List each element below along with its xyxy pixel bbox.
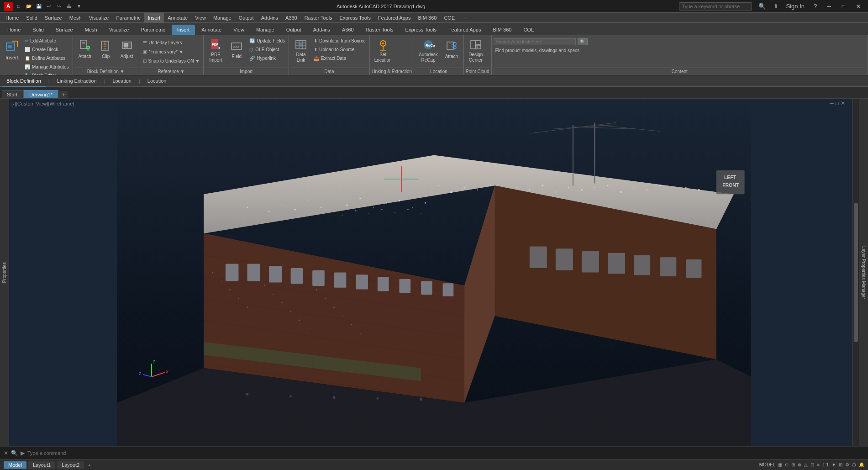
viewport-min[interactable]: ─ — [830, 100, 834, 106]
right-panel[interactable]: Layer Properties Manager — [859, 99, 868, 446]
menu-solid[interactable]: Solid — [22, 13, 41, 23]
keyword-search[interactable] — [679, 2, 752, 11]
cmd-run-button[interactable]: ▶ — [21, 450, 25, 456]
redo-button[interactable]: ↪ — [55, 2, 63, 11]
viewport-close[interactable]: ✕ — [841, 100, 845, 106]
edit-attribute-button[interactable]: ✏ Edit Attribute — [23, 37, 71, 45]
new-drawing-tab[interactable]: + — [59, 91, 68, 98]
workspace-toggle[interactable]: ⚙ — [845, 462, 849, 467]
menu-surface[interactable]: Surface — [41, 13, 66, 23]
open-button[interactable]: 📂 — [25, 2, 33, 11]
search-icon[interactable]: 🔍 — [756, 2, 768, 11]
layout1-tab[interactable]: Layout1 — [28, 461, 55, 469]
minimize-button[interactable]: ─ — [823, 2, 835, 11]
vscroll-thumb[interactable] — [854, 203, 858, 342]
seek-search-button[interactable]: 🔍 — [578, 38, 588, 45]
design-center-button[interactable]: DesignCenter — [466, 37, 486, 64]
save-button[interactable]: 💾 — [35, 2, 43, 11]
clip-button[interactable]: Clip — [96, 37, 116, 64]
autodesk-recap-button[interactable]: ReCap AutodeskReCap — [416, 37, 441, 64]
tab-bim360[interactable]: BIM 360 — [487, 25, 517, 35]
cmd-search-button[interactable]: 🔍 — [11, 450, 18, 456]
tab-output[interactable]: Output — [281, 25, 307, 35]
help-icon[interactable]: ? — [811, 2, 820, 11]
define-attributes-button[interactable]: 📋 Define Attributes — [23, 54, 71, 62]
manage-attributes-button[interactable]: 📊 Manage Attributes — [23, 63, 71, 71]
annotation-scale[interactable]: ⊞ — [839, 462, 842, 467]
tab-featured[interactable]: Featured Apps — [443, 25, 487, 35]
sub-tab-location2[interactable]: Location — [143, 76, 171, 87]
info-icon[interactable]: ℹ — [772, 2, 780, 11]
hyperlink-button[interactable]: 🔗 Hyperlink — [247, 54, 287, 62]
tab-coe[interactable]: COE — [518, 25, 540, 35]
tab-annotate[interactable]: Annotate — [196, 25, 227, 35]
menu-output[interactable]: Output — [235, 13, 258, 23]
menu-raster-tools[interactable]: Raster Tools — [301, 13, 336, 23]
download-source-button[interactable]: ⬇ Download from Source — [312, 37, 368, 45]
seek-search-input[interactable] — [494, 38, 576, 45]
pdf-import-button[interactable]: PDF PDFImport — [205, 37, 226, 64]
extract-data-button[interactable]: 📤 Extract Data — [312, 54, 368, 62]
object-snap-toggle[interactable]: △ — [804, 462, 808, 467]
menu-home[interactable]: Home — [2, 13, 22, 23]
menu-express-tools[interactable]: Express Tools — [336, 13, 374, 23]
lineweight-toggle[interactable]: ≡ — [817, 462, 820, 467]
tracking-toggle[interactable]: ⊡ — [810, 462, 814, 467]
adjust-button[interactable]: Adjust — [117, 37, 137, 64]
ortho-toggle[interactable]: ⊞ — [791, 462, 795, 467]
menu-annotate[interactable]: Annotate — [164, 13, 191, 23]
scale-dropdown[interactable]: ▼ — [831, 462, 836, 467]
tab-manage[interactable]: Manage — [251, 25, 280, 35]
maximize-button[interactable]: □ — [838, 2, 849, 11]
menu-parametric[interactable]: Parametric — [112, 13, 144, 23]
tab-home[interactable]: Home — [2, 25, 26, 35]
sub-tab-linking[interactable]: Linking Extraction — [53, 76, 101, 87]
menu-bim360[interactable]: BIM 360 — [414, 13, 440, 23]
drawing1-tab[interactable]: Drawing1* — [23, 90, 58, 98]
data-link-button[interactable]: DataLink — [291, 37, 311, 64]
model-tab[interactable]: Model — [4, 461, 26, 469]
tab-solid[interactable]: Solid — [27, 25, 49, 35]
insert-button[interactable]: Insert — [2, 37, 22, 65]
reference-label[interactable]: Reference ▼ — [141, 68, 202, 75]
sub-tab-location1[interactable]: Location — [108, 76, 136, 87]
tab-insert[interactable]: Insert — [172, 25, 195, 35]
command-input[interactable] — [27, 450, 864, 456]
vscrollbar[interactable] — [852, 99, 859, 446]
menu-view[interactable]: View — [191, 13, 210, 23]
undo-button[interactable]: ↩ — [45, 2, 53, 11]
frames-vary-button[interactable]: ▣ *Frames vary* ▼ — [141, 48, 185, 56]
menu-featured-apps[interactable]: Featured Apps — [374, 13, 415, 23]
upload-source-button[interactable]: ⬆ Upload to Source — [312, 45, 368, 53]
cmd-close-button[interactable]: ✕ — [4, 450, 8, 456]
model-indicator[interactable]: MODEL — [759, 462, 776, 467]
qa-dropdown[interactable]: ▼ — [75, 2, 83, 11]
attach-button[interactable]: Attach — [75, 37, 95, 64]
notify-icon[interactable]: 🔔 — [859, 462, 864, 467]
menu-addins[interactable]: Add-ins — [258, 13, 282, 23]
create-block-button[interactable]: ⬜ Create Block — [23, 45, 71, 53]
attach-pc-button[interactable]: Attach — [442, 37, 462, 64]
tab-visualize[interactable]: Visualize — [104, 25, 135, 35]
tab-surface[interactable]: Surface — [50, 25, 79, 35]
tab-a360[interactable]: A360 — [337, 25, 359, 35]
polar-toggle[interactable]: ⊕ — [798, 462, 801, 467]
tab-express[interactable]: Express Tools — [400, 25, 442, 35]
tab-addins[interactable]: Add-ins — [308, 25, 336, 35]
sub-tab-block-def[interactable]: Block Definition — [2, 76, 46, 87]
close-button[interactable]: ✕ — [852, 2, 864, 11]
menu-visualize[interactable]: Visualize — [85, 13, 113, 23]
underlay-layers-button[interactable]: ☰ Underlay Layers — [141, 38, 184, 47]
field-button[interactable]: abc Field — [226, 37, 247, 64]
plot-button[interactable]: 🖶 — [65, 2, 73, 11]
grid-toggle[interactable]: ▦ — [778, 462, 782, 467]
snap-underlay-button[interactable]: ⊡ Snap to Underlays ON ▼ — [141, 57, 202, 65]
layout2-tab[interactable]: Layout2 — [57, 461, 84, 469]
left-panel[interactable]: Properties — [0, 99, 9, 446]
tab-parametric[interactable]: Parametric — [135, 25, 170, 35]
menu-more[interactable]: ⋯ — [458, 13, 471, 23]
menu-coe[interactable]: COE — [440, 13, 458, 23]
add-layout-button[interactable]: + — [86, 462, 92, 468]
tab-view[interactable]: View — [228, 25, 250, 35]
tab-raster[interactable]: Raster Tools — [360, 25, 399, 35]
